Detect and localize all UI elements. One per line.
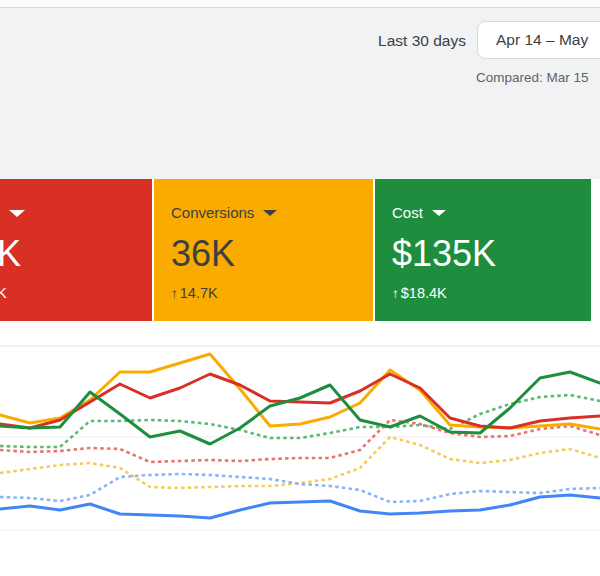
series-previous-yellow-dashed (0, 437, 600, 488)
series-previous-blue-dashed (0, 474, 600, 502)
ads-overview-page: Last 30 days Apr 14 – May Compared: Mar … (0, 0, 600, 576)
overview-line-chart[interactable] (0, 0, 600, 576)
series-current-blue-solid (0, 495, 600, 518)
series-previous-red-dashed (0, 420, 600, 462)
series-current-green-solid (0, 372, 600, 444)
series-current-red-solid (0, 374, 600, 428)
